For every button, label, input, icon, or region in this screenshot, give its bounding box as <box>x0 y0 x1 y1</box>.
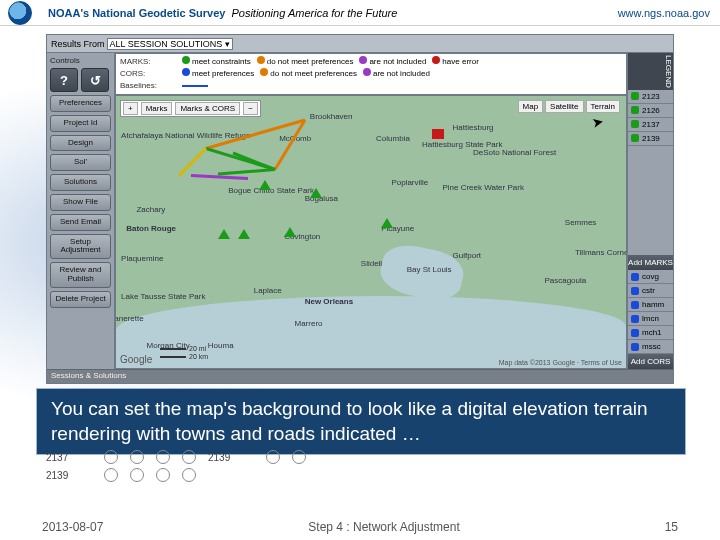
mark-row[interactable]: 2123 <box>628 90 673 104</box>
sidebar-btn-send-email[interactable]: Send Email <box>50 214 111 231</box>
map-layer-marks-cors[interactable]: Marks & CORS <box>175 102 240 115</box>
cors-row[interactable]: cstr <box>628 284 673 298</box>
city-label: Marrero <box>295 319 323 328</box>
mark-row[interactable]: 2137 <box>628 118 673 132</box>
legend-baselines-label: Baselines: <box>120 80 176 92</box>
caption-banner: You can set the map's background to look… <box>36 388 686 455</box>
help-button[interactable]: ? <box>50 68 78 92</box>
city-label: Tillmans Corner <box>575 248 627 257</box>
brand-tagline: Positioning America for the Future <box>231 7 397 19</box>
city-label: Houma <box>208 341 234 350</box>
sidebar-btn-design[interactable]: Design <box>50 135 111 152</box>
mark-error-icon[interactable] <box>432 129 444 139</box>
sidebar-btn-delete[interactable]: Delete Project <box>50 291 111 308</box>
city-label: Laplace <box>254 286 282 295</box>
baseline-line-icon <box>182 85 208 87</box>
opus-app-frame: Results From ALL SESSION SOLUTIONS ▾ Con… <box>46 34 674 384</box>
brand: NOAA's National Geodetic Survey <box>48 7 225 19</box>
results-label: Results From <box>51 39 105 49</box>
map-zoom-out[interactable]: − <box>243 102 258 115</box>
map-layer-marks[interactable]: Marks <box>141 102 173 115</box>
google-logo: Google <box>120 354 152 365</box>
bottom-bar[interactable]: Sessions & Solutions <box>47 369 673 383</box>
undo-button[interactable]: ↺ <box>81 68 109 92</box>
sidebar-btn-sol[interactable]: Sol' <box>50 154 111 171</box>
city-label: Pascagoula <box>544 276 586 285</box>
cors-row[interactable]: mch1 <box>628 326 673 340</box>
right-sidebar: LEGEND 2123 2126 2137 2139 Add MARKS cov… <box>627 53 673 369</box>
noaa-logo-icon <box>8 1 32 25</box>
city-label: Lake Tausse State Park <box>121 292 205 301</box>
brand-url: www.ngs.noaa.gov <box>618 7 710 19</box>
city-label: Plaquemine <box>121 254 163 263</box>
sidebar-btn-preferences[interactable]: Preferences <box>50 95 111 112</box>
sidebar-btn-setup-adj[interactable]: Setup Adjustment <box>50 234 111 260</box>
scale-bar: 20 mi 20 km <box>160 345 208 360</box>
cors-row[interactable]: covg <box>628 270 673 284</box>
cors-row[interactable]: hamm <box>628 298 673 312</box>
results-grid: 21372139 2139 <box>46 448 658 484</box>
results-bar: Results From ALL SESSION SOLUTIONS ▾ <box>47 35 673 53</box>
cors-row[interactable]: mssc <box>628 340 673 354</box>
footer-date: 2013-08-07 <box>42 520 103 534</box>
mark-row[interactable]: 2126 <box>628 104 673 118</box>
slide-footer: 2013-08-07 Step 4 : Network Adjustment 1… <box>0 520 720 534</box>
add-marks-button[interactable]: Add MARKS <box>628 255 673 270</box>
sidebar-btn-review-pub[interactable]: Review and Publish <box>50 262 111 288</box>
map-type-terrain[interactable]: Terrain <box>586 100 620 113</box>
map-toolbar: + Marks Marks & CORS − <box>120 100 261 117</box>
city-label: Slidell <box>361 259 382 268</box>
results-select[interactable]: ALL SESSION SOLUTIONS ▾ <box>107 38 233 50</box>
sidebar-btn-show-file[interactable]: Show File <box>50 194 111 211</box>
sidebar-btn-solutions[interactable]: Solutions <box>50 174 111 191</box>
city-label: Bay St Louis <box>407 265 452 274</box>
cors-row[interactable]: lmcn <box>628 312 673 326</box>
left-sidebar: Controls ? ↺ Preferences Project Id Desi… <box>47 53 115 369</box>
map-type-satellite[interactable]: Satellite <box>545 100 583 113</box>
legend-header: LEGEND <box>628 53 673 90</box>
svg-line-6 <box>191 176 248 179</box>
city-label: DeSoto National Forest <box>473 148 556 157</box>
svg-line-3 <box>233 153 275 170</box>
legend-cors-label: CORS: <box>120 68 176 80</box>
svg-line-5 <box>179 149 206 176</box>
city-label: Jeanerette <box>115 314 144 323</box>
map-canvas[interactable]: Brookhaven McComb Columbia Hattiesburg H… <box>115 95 627 369</box>
legend-marks-label: MARKS: <box>120 56 176 68</box>
footer-step: Step 4 : Network Adjustment <box>308 520 459 534</box>
city-label: Hattiesburg <box>453 123 494 132</box>
map-type-switch: Map Satellite Terrain <box>518 100 620 113</box>
map-zoom-in[interactable]: + <box>123 102 138 115</box>
sidebar-btn-project-id[interactable]: Project Id <box>50 115 111 132</box>
add-cors-button[interactable]: Add CORS <box>628 354 673 369</box>
city-label: Semmes <box>565 218 597 227</box>
controls-label: Controls <box>50 56 111 65</box>
map-attribution: Map data ©2013 Google · Terms of Use <box>499 359 622 366</box>
map-type-map[interactable]: Map <box>518 100 544 113</box>
mark-row[interactable]: 2139 <box>628 132 673 146</box>
network-overlay <box>116 96 416 246</box>
svg-line-4 <box>218 170 275 175</box>
legend-panel: MARKS: meet constraints do not meet pref… <box>115 53 627 95</box>
city-label: Gulfport <box>453 251 481 260</box>
city-label: Pine Creek Water Park <box>442 183 524 192</box>
city-label: New Orleans <box>305 297 353 306</box>
noaa-header: NOAA's National Geodetic Survey Position… <box>0 0 720 26</box>
footer-page: 15 <box>665 520 678 534</box>
